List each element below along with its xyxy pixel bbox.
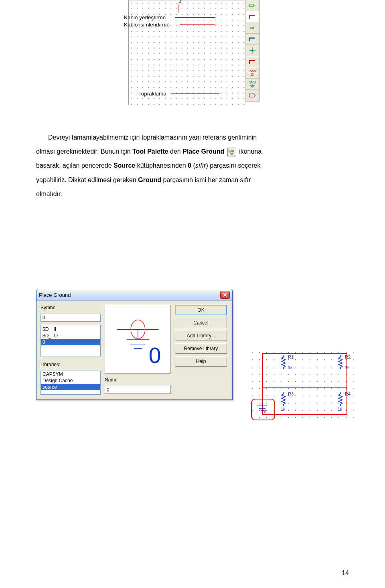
resistor-r3	[281, 392, 286, 406]
resistor-r1	[281, 355, 286, 369]
svg-rect-0	[249, 5, 253, 6]
r3-name: R3	[288, 391, 294, 396]
result-schematic: 0 R1 1k R2 1k R3 1k R4 1k	[249, 349, 357, 423]
r1-name: R1	[288, 355, 294, 359]
svg-point-5	[251, 50, 253, 52]
list-item[interactable]: Design Cache	[41, 377, 100, 384]
list-item[interactable]: source	[41, 384, 100, 390]
svg-marker-10	[249, 94, 255, 97]
r2-value: 1k	[345, 365, 350, 370]
symbol-listbox[interactable]: $D_HI $D_LO 0	[41, 325, 101, 357]
ok-button[interactable]: OK	[175, 305, 227, 315]
r4-name: R4	[345, 391, 351, 396]
list-item[interactable]: $D_HI	[41, 326, 100, 333]
kablo-yerlestirme-label: Kablo yerleştirme	[124, 14, 166, 20]
tool-part-icon[interactable]	[245, 0, 259, 11]
tool-bus-entry-icon[interactable]	[245, 56, 259, 67]
tool-junction-icon[interactable]	[245, 45, 259, 56]
name-label: Name:	[105, 377, 171, 383]
body-paragraph: Devreyi tamamlayabilmemiz için topraklam…	[36, 130, 349, 201]
dialog-title: Place Ground	[39, 292, 220, 298]
schematic-canvas: 3 Kablo yerleştirme Kablo isimlendirme T…	[128, 0, 245, 105]
r3-value: 1k	[281, 407, 286, 412]
help-button[interactable]: Help	[175, 356, 227, 367]
tool-net-alias-icon[interactable]: N1	[245, 22, 259, 34]
r4-value: 1k	[338, 407, 342, 412]
remove-library-button[interactable]: Remove Library	[175, 343, 227, 354]
tool-wire-icon[interactable]	[245, 11, 259, 22]
tool-power-icon[interactable]: PWRO	[245, 67, 259, 79]
add-library-button[interactable]: Add Library...	[175, 330, 227, 341]
libraries-label: Libraries:	[41, 362, 101, 367]
close-icon[interactable]	[220, 291, 230, 299]
list-item[interactable]: $D_LO	[41, 333, 100, 339]
kablo-isimlendirme-label: Kablo isimlendirme	[124, 22, 170, 28]
ground-zero-label: 0	[264, 409, 266, 414]
tool-bus-icon[interactable]	[245, 34, 259, 45]
tool-palette: N1 PWRO GND	[245, 0, 259, 101]
resistor-r4	[338, 392, 343, 406]
cancel-button[interactable]: Cancel	[175, 318, 227, 328]
place-ground-dialog: Place Ground Symbol: $D_HI $D_LO 0 Libra…	[36, 289, 233, 400]
resistor-r2	[338, 355, 343, 369]
name-input[interactable]	[105, 386, 171, 394]
pin-number-label: 3	[178, 0, 182, 4]
list-item[interactable]: CAPSYM	[41, 371, 100, 377]
topraklama-label: Topraklama	[138, 91, 166, 97]
dialog-titlebar[interactable]: Place Ground	[36, 289, 232, 301]
r2-name: R2	[345, 355, 351, 359]
page-number: 14	[342, 570, 349, 577]
libraries-listbox[interactable]: CAPSYM Design Cache source	[41, 371, 101, 395]
list-item[interactable]: 0	[41, 339, 100, 345]
r1-value: 1k	[288, 365, 293, 370]
symbol-preview: 0	[105, 305, 171, 374]
symbol-label: Symbol:	[41, 305, 101, 310]
tool-ground-icon[interactable]: GND	[245, 79, 259, 90]
symbol-input[interactable]	[41, 314, 101, 322]
preview-glyph: 0	[149, 343, 161, 368]
tool-offpage-icon[interactable]	[245, 90, 259, 101]
ground-icon	[227, 148, 236, 156]
